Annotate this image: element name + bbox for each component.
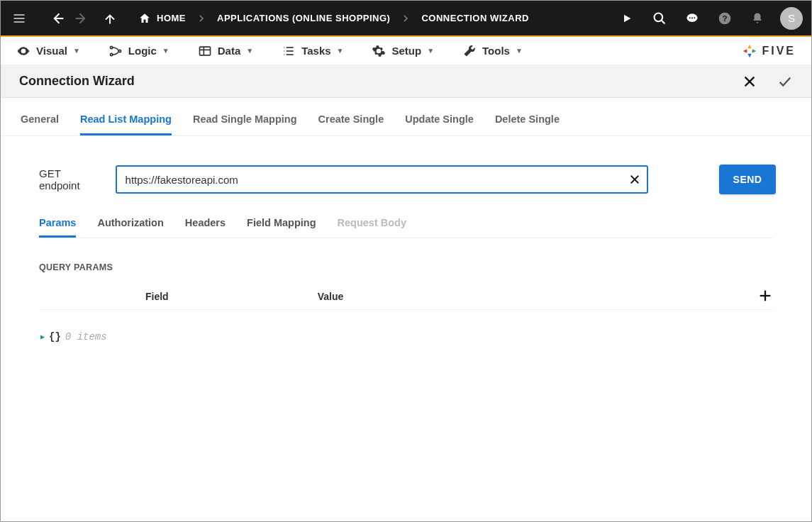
tab-label: Update Single <box>405 113 474 125</box>
svg-marker-30 <box>743 49 747 53</box>
titlebar: Connection Wizard <box>1 65 811 98</box>
subtab-label: Headers <box>185 217 226 228</box>
brand: FIVE <box>742 43 796 59</box>
expand-toggle[interactable]: ▶ <box>40 333 45 341</box>
params-header-row: Field Value <box>39 291 773 310</box>
close-icon <box>742 74 757 89</box>
breadcrumb-home[interactable]: HOME <box>138 12 186 25</box>
chevron-down-icon: ▼ <box>337 47 344 55</box>
add-param-button[interactable] <box>757 288 773 304</box>
tab-delete-single[interactable]: Delete Single <box>495 105 560 135</box>
breadcrumb-connection-wizard[interactable]: CONNECTION WIZARD <box>421 13 529 23</box>
svg-rect-18 <box>199 47 210 55</box>
menu-tasks[interactable]: Tasks ▼ <box>282 44 343 58</box>
topbar-right: ? S <box>617 7 803 30</box>
svg-point-10 <box>689 17 691 18</box>
menu-tools[interactable]: Tools ▼ <box>462 44 523 58</box>
subtab-field-mapping[interactable]: Field Mapping <box>247 210 316 238</box>
tools-icon <box>462 44 477 58</box>
chat-icon[interactable] <box>682 9 702 28</box>
subtab-label: Params <box>39 217 76 228</box>
play-icon[interactable] <box>617 9 637 28</box>
tab-update-single[interactable]: Update Single <box>405 105 474 135</box>
table-icon <box>198 44 212 58</box>
tab-label: Read Single Mapping <box>193 113 297 125</box>
send-button[interactable]: SEND <box>719 165 777 194</box>
chevron-down-icon: ▼ <box>162 47 169 55</box>
subtab-headers[interactable]: Headers <box>185 210 226 238</box>
menubar: Visual ▼ Logic ▼ Data ▼ Tasks ▼ Setup ▼ … <box>1 37 811 65</box>
menu-label: Tools <box>482 45 510 57</box>
close-button[interactable] <box>742 74 757 89</box>
menu-label: Logic <box>128 45 157 57</box>
tab-label: General <box>21 113 59 125</box>
svg-marker-28 <box>752 49 757 53</box>
svg-marker-6 <box>624 14 630 22</box>
subtab-request-body: Request Body <box>338 210 407 238</box>
svg-point-16 <box>110 53 112 55</box>
back-icon[interactable] <box>48 9 67 28</box>
subtab-label: Request Body <box>338 217 407 228</box>
tab-label: Create Single <box>318 113 384 125</box>
list-icon <box>282 44 296 58</box>
menu-data[interactable]: Data ▼ <box>198 44 253 58</box>
topbar: HOME APPLICATIONS (ONLINE SHOPPING) CONN… <box>1 1 811 35</box>
menu-label: Tasks <box>301 45 330 57</box>
menu-icon[interactable] <box>9 9 29 28</box>
json-preview: ▶ {} 0 items <box>40 331 773 343</box>
endpoint-input[interactable] <box>116 165 648 194</box>
json-items-count: 0 items <box>65 331 107 343</box>
titlebar-actions <box>742 74 793 89</box>
svg-marker-29 <box>748 53 752 57</box>
svg-line-8 <box>662 20 665 23</box>
menu-label: Setup <box>391 45 421 57</box>
subtab-authorization[interactable]: Authorization <box>97 210 163 238</box>
tab-read-single-mapping[interactable]: Read Single Mapping <box>193 105 297 135</box>
column-field: Field <box>145 291 169 302</box>
subtab-params[interactable]: Params <box>39 210 76 238</box>
tab-label: Read List Mapping <box>80 113 172 125</box>
breadcrumb-label: CONNECTION WIZARD <box>421 13 529 23</box>
json-braces: {} <box>49 331 61 343</box>
brand-logo-icon <box>742 43 757 59</box>
svg-text:?: ? <box>722 13 727 23</box>
chevron-down-icon: ▼ <box>73 47 80 55</box>
section-title: QUERY PARAMS <box>39 262 773 272</box>
svg-point-12 <box>694 17 695 18</box>
bell-icon[interactable] <box>747 9 767 28</box>
clear-input-button[interactable] <box>628 173 641 186</box>
menu-setup[interactable]: Setup ▼ <box>372 44 434 58</box>
chevron-right-icon <box>401 14 410 23</box>
logic-icon <box>109 44 123 58</box>
forward-icon[interactable] <box>72 9 91 28</box>
help-icon[interactable]: ? <box>715 9 735 28</box>
topbar-left: HOME APPLICATIONS (ONLINE SHOPPING) CONN… <box>9 9 529 28</box>
up-icon[interactable] <box>100 9 120 28</box>
tab-read-list-mapping[interactable]: Read List Mapping <box>80 105 172 135</box>
svg-marker-27 <box>748 44 752 48</box>
confirm-button[interactable] <box>777 74 793 89</box>
avatar-initial: S <box>788 12 795 24</box>
breadcrumb-label: HOME <box>157 13 186 23</box>
main-tabs: General Read List Mapping Read Single Ma… <box>1 98 811 136</box>
breadcrumb-label: APPLICATIONS (ONLINE SHOPPING) <box>217 13 390 23</box>
menu-visual[interactable]: Visual ▼ <box>16 44 80 58</box>
svg-point-15 <box>110 46 112 48</box>
gear-icon <box>372 44 386 58</box>
search-icon[interactable] <box>650 9 669 28</box>
endpoint-input-wrap <box>116 165 648 194</box>
page-title: Connection Wizard <box>19 74 135 89</box>
content: GET endpoint SEND Params Authorization H… <box>1 136 811 357</box>
close-icon <box>628 173 641 186</box>
column-value: Value <box>318 291 344 302</box>
endpoint-label: GET endpoint <box>39 167 80 191</box>
tab-create-single[interactable]: Create Single <box>318 105 384 135</box>
avatar[interactable]: S <box>780 7 803 30</box>
brand-text: FIVE <box>762 45 796 57</box>
menu-logic[interactable]: Logic ▼ <box>109 44 169 58</box>
tab-general[interactable]: General <box>21 105 59 135</box>
breadcrumb-applications[interactable]: APPLICATIONS (ONLINE SHOPPING) <box>217 13 390 23</box>
chevron-down-icon: ▼ <box>246 47 253 55</box>
eye-icon <box>16 44 30 58</box>
subtab-label: Field Mapping <box>247 217 316 228</box>
